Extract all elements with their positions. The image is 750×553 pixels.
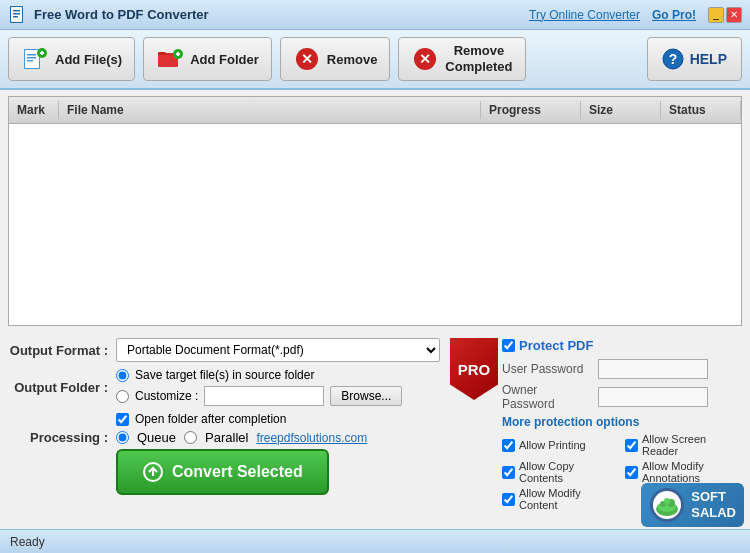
freesite-link[interactable]: freepdfsolutions.com bbox=[256, 431, 367, 445]
radio-customize-row: Customize : Browse... bbox=[116, 386, 402, 406]
perm-row-screen-reader: Allow Screen Reader bbox=[625, 433, 742, 457]
user-password-label: User Password bbox=[502, 362, 592, 376]
title-bar-right: Try Online Converter Go Pro! _ ✕ bbox=[529, 7, 742, 23]
protect-pdf-label: Protect PDF bbox=[519, 338, 593, 353]
add-files-label: Add File(s) bbox=[55, 52, 122, 67]
perm-modify-content-label: Allow Modify Content bbox=[519, 487, 619, 511]
title-bar: Free Word to PDF Converter Try Online Co… bbox=[0, 0, 750, 30]
window-buttons: _ ✕ bbox=[708, 7, 742, 23]
softsalad-line2: SALAD bbox=[691, 505, 736, 521]
radio-customize-label: Customize : bbox=[135, 389, 198, 403]
file-list-body[interactable] bbox=[9, 124, 741, 324]
add-files-icon bbox=[21, 45, 49, 73]
owner-password-input[interactable] bbox=[598, 387, 708, 407]
col-filename: File Name bbox=[59, 101, 481, 119]
remove-label: Remove bbox=[327, 52, 378, 67]
remove-button[interactable]: ✕ Remove bbox=[280, 37, 391, 81]
close-button[interactable]: ✕ bbox=[726, 7, 742, 23]
col-size: Size bbox=[581, 101, 661, 119]
softsalad-text: SOFT SALAD bbox=[691, 489, 736, 520]
perm-row-copy-contents: Allow Copy Contents bbox=[502, 460, 619, 484]
remove-completed-icon: ✕ bbox=[411, 45, 439, 73]
remove-completed-label: RemoveCompleted bbox=[445, 43, 512, 74]
open-folder-label: Open folder after completion bbox=[135, 412, 286, 426]
add-files-button[interactable]: Add File(s) bbox=[8, 37, 135, 81]
radio-source-folder-label: Save target file(s) in source folder bbox=[135, 368, 314, 382]
try-online-link[interactable]: Try Online Converter bbox=[529, 8, 640, 22]
open-folder-row: Open folder after completion bbox=[116, 412, 440, 426]
output-folder-label: Output Folder : bbox=[8, 380, 108, 395]
svg-point-26 bbox=[664, 498, 670, 504]
svg-rect-3 bbox=[13, 13, 20, 15]
softsalad-line1: SOFT bbox=[691, 489, 736, 505]
radio-source-folder[interactable] bbox=[116, 369, 129, 382]
help-label: HELP bbox=[690, 51, 727, 67]
owner-password-row: Owner Password bbox=[502, 383, 742, 411]
toolbar: Add File(s) Add Folder ✕ Remove ✕ Remove… bbox=[0, 30, 750, 90]
add-folder-icon bbox=[156, 45, 184, 73]
owner-password-label: Owner Password bbox=[502, 383, 592, 411]
go-pro-link[interactable]: Go Pro! bbox=[652, 8, 696, 22]
perm-printing-checkbox[interactable] bbox=[502, 439, 515, 452]
output-format-row: Output Format : Portable Document Format… bbox=[8, 338, 440, 362]
remove-x-icon: ✕ bbox=[296, 48, 318, 70]
add-folder-button[interactable]: Add Folder bbox=[143, 37, 272, 81]
browse-button[interactable]: Browse... bbox=[330, 386, 402, 406]
softsalad-box: SOFT SALAD bbox=[641, 483, 744, 527]
perm-printing-label: Allow Printing bbox=[519, 439, 586, 451]
perm-modify-annotations-checkbox[interactable] bbox=[625, 466, 638, 479]
col-mark: Mark bbox=[9, 101, 59, 119]
protect-pdf-checkbox[interactable] bbox=[502, 339, 515, 352]
col-status: Status bbox=[661, 101, 741, 119]
app-title-area: Free Word to PDF Converter bbox=[8, 5, 209, 25]
svg-rect-4 bbox=[13, 16, 18, 18]
radio-queue-label: Queue bbox=[137, 430, 176, 445]
convert-icon bbox=[142, 461, 164, 483]
status-bar: Ready bbox=[0, 529, 750, 553]
remove-completed-button[interactable]: ✕ RemoveCompleted bbox=[398, 37, 525, 81]
output-format-content: Portable Document Format(*.pdf) bbox=[116, 338, 440, 362]
perm-copy-contents-checkbox[interactable] bbox=[502, 466, 515, 479]
svg-rect-2 bbox=[13, 10, 20, 12]
perm-screen-reader-label: Allow Screen Reader bbox=[642, 433, 742, 457]
perm-modify-annotations-label: Allow Modify Annotations bbox=[642, 460, 742, 484]
convert-button[interactable]: Convert Selected bbox=[116, 449, 329, 495]
svg-rect-7 bbox=[27, 54, 36, 56]
svg-rect-9 bbox=[27, 60, 33, 62]
user-password-row: User Password bbox=[502, 359, 742, 379]
user-password-input[interactable] bbox=[598, 359, 708, 379]
more-options-text: More protection options bbox=[502, 415, 742, 429]
app-title: Free Word to PDF Converter bbox=[34, 7, 209, 22]
file-list-area: Mark File Name Progress Size Status bbox=[8, 96, 742, 326]
customize-path-input[interactable] bbox=[204, 386, 324, 406]
svg-text:?: ? bbox=[668, 51, 677, 67]
minimize-button[interactable]: _ bbox=[708, 7, 724, 23]
svg-rect-16 bbox=[177, 52, 179, 56]
help-button[interactable]: ? HELP bbox=[647, 37, 742, 81]
format-select[interactable]: Portable Document Format(*.pdf) bbox=[116, 338, 440, 362]
bottom-panel: Output Format : Portable Document Format… bbox=[0, 332, 750, 517]
processing-label: Processing : bbox=[8, 430, 108, 445]
add-folder-svg bbox=[156, 45, 184, 73]
softsalad-icon bbox=[649, 487, 685, 523]
radio-source-folder-row: Save target file(s) in source folder bbox=[116, 368, 402, 382]
perm-modify-content-checkbox[interactable] bbox=[502, 493, 515, 506]
svg-rect-12 bbox=[41, 51, 43, 55]
add-files-svg bbox=[21, 45, 49, 73]
perm-row-modify-content: Allow Modify Content bbox=[502, 487, 619, 511]
remove-icon: ✕ bbox=[293, 45, 321, 73]
radio-parallel[interactable] bbox=[184, 431, 197, 444]
softsalad-watermark: SOFT SALAD bbox=[641, 483, 744, 527]
radio-customize[interactable] bbox=[116, 390, 129, 403]
radio-queue[interactable] bbox=[116, 431, 129, 444]
open-folder-checkbox[interactable] bbox=[116, 413, 129, 426]
svg-rect-6 bbox=[25, 50, 39, 68]
col-progress: Progress bbox=[481, 101, 581, 119]
processing-row: Processing : Queue Parallel freepdfsolut… bbox=[8, 430, 440, 445]
remove-completed-x-icon: ✕ bbox=[414, 48, 436, 70]
svg-rect-8 bbox=[27, 57, 36, 59]
perm-row-modify-annotations: Allow Modify Annotations bbox=[625, 460, 742, 484]
output-folder-row: Output Folder : Save target file(s) in s… bbox=[8, 368, 440, 406]
perm-screen-reader-checkbox[interactable] bbox=[625, 439, 638, 452]
status-text: Ready bbox=[10, 535, 45, 549]
